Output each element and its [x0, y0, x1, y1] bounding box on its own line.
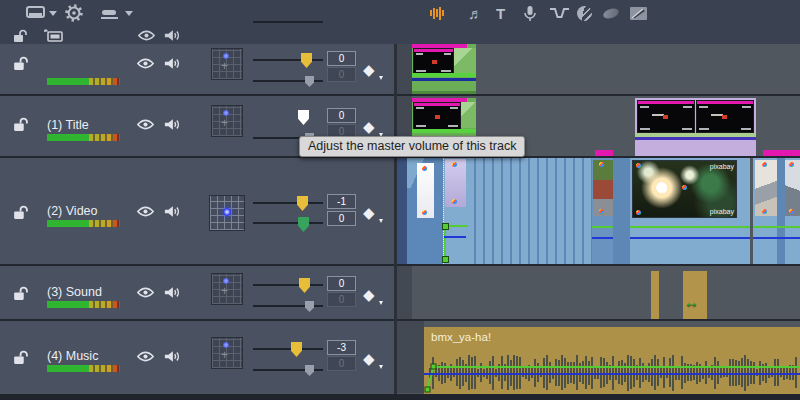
audio-speaker-icon[interactable]: [164, 57, 180, 70]
lock-open-icon[interactable]: [12, 350, 28, 365]
keyframe-diamond-icon[interactable]: ◆: [363, 350, 381, 368]
transition-circle-icon[interactable]: [577, 4, 592, 22]
audio-speaker-icon[interactable]: [164, 28, 180, 43]
balance-slider-track[interactable]: [253, 222, 323, 224]
pip-editor-icon[interactable]: [629, 4, 648, 22]
pan-zoom-grid-icon[interactable]: +: [211, 48, 243, 80]
clip-thumbnail: [696, 100, 754, 133]
motion-blob-icon[interactable]: [603, 4, 619, 22]
sound-clip-small[interactable]: [651, 271, 659, 319]
volume-slider-track[interactable]: [253, 202, 323, 204]
music-clip[interactable]: bmx_ya-ha!: [424, 327, 800, 394]
dropdown-caret-icon: [125, 11, 133, 16]
keyframe-node[interactable]: [442, 223, 449, 230]
pan-zoom-grid-icon[interactable]: +: [211, 105, 243, 137]
clip-thumbnail: [785, 160, 800, 216]
balance-value[interactable]: 0: [327, 67, 356, 82]
video-clip-fireworks[interactable]: pixabay pixabay: [630, 158, 750, 264]
tooltip: Adjust the master volume of this track: [299, 136, 525, 157]
volume-ramp: [424, 360, 438, 394]
visibility-eye-icon[interactable]: [138, 28, 155, 43]
pan-zoom-grid-icon[interactable]: +: [211, 337, 243, 369]
view-layout-icon[interactable]: [26, 4, 57, 22]
audio-mixer-icon[interactable]: [430, 4, 445, 22]
audio-level-line: [592, 237, 613, 239]
volume-slider-track[interactable]: [253, 284, 323, 286]
overlay-clip[interactable]: [412, 44, 476, 94]
track-header-overlay: (0) Overlay + 0 0 ◆: [0, 44, 396, 95]
lock-open-icon[interactable]: [12, 205, 28, 220]
video-editor-window: ♬ T: [0, 0, 800, 400]
keyframe-diamond-icon[interactable]: ◆: [363, 286, 381, 304]
settings-gear-icon[interactable]: [64, 4, 84, 22]
volume-slider-track[interactable]: [253, 348, 323, 350]
video-clip-tail[interactable]: [397, 158, 407, 264]
video-clip-short[interactable]: [592, 158, 630, 264]
stretch-handle-icon[interactable]: ↔: [684, 293, 699, 310]
main-toolbar: ♬ T: [0, 0, 800, 29]
grid-plus: +: [221, 59, 228, 73]
keyframe-node[interactable]: [442, 256, 449, 263]
keyframe-diamond-icon[interactable]: ◆: [363, 118, 381, 136]
keyframe-diamond-icon[interactable]: ◆: [363, 61, 381, 79]
sound-clip[interactable]: ↔: [683, 271, 707, 319]
volume-slider-handle[interactable]: [298, 110, 309, 125]
volume-keyframe-line: [630, 226, 750, 228]
panel-timeline-divider[interactable]: [394, 44, 397, 394]
watermark-text: pixabay: [710, 163, 734, 170]
volume-slider-track[interactable]: [253, 59, 323, 61]
volume-slider-handle[interactable]: [299, 278, 310, 293]
volume-value[interactable]: 0: [327, 51, 356, 66]
balance-value[interactable]: 0: [327, 292, 356, 307]
volume-value[interactable]: 0: [327, 108, 356, 123]
clip-frame-stripes: [613, 158, 630, 264]
audio-level-line: [630, 237, 750, 239]
balance-slider-handle[interactable]: [305, 365, 314, 376]
audio-level-line: [753, 237, 800, 239]
volume-slider-handle[interactable]: [297, 196, 308, 211]
keyframe-diamond-icon[interactable]: ◆: [363, 204, 381, 222]
music-score-icon[interactable]: ♬: [468, 4, 483, 22]
audio-speaker-icon[interactable]: [164, 350, 180, 363]
level-meter: [47, 365, 120, 372]
lock-open-icon[interactable]: [12, 56, 28, 71]
clip-thumbnail: [445, 159, 466, 207]
visibility-eye-icon[interactable]: [137, 351, 154, 362]
lock-open-icon[interactable]: [12, 28, 27, 43]
video-clip-sequence[interactable]: [443, 158, 593, 264]
volume-slider-handle[interactable]: [291, 342, 302, 357]
balance-slider-handle[interactable]: [305, 76, 314, 87]
video-clip-transition[interactable]: [407, 158, 443, 264]
balance-slider-handle[interactable]: [305, 301, 314, 312]
audio-speaker-icon[interactable]: [164, 205, 180, 218]
marker-tool-icon[interactable]: [100, 4, 133, 22]
volume-keyframe-line: [753, 226, 800, 228]
volume-keyframe-drop: [444, 225, 446, 260]
volume-slider-track[interactable]: [253, 21, 323, 23]
video-clip-right[interactable]: [753, 158, 800, 264]
audio-speaker-icon[interactable]: [164, 286, 180, 299]
volume-value[interactable]: 0: [327, 276, 356, 291]
volume-value[interactable]: -3: [327, 340, 356, 355]
visibility-eye-icon[interactable]: [137, 119, 154, 130]
volume-keyframe-icon[interactable]: [549, 4, 570, 22]
balance-value[interactable]: 0: [327, 211, 356, 226]
balance-value[interactable]: 0: [327, 356, 356, 371]
visibility-eye-icon[interactable]: [137, 58, 154, 69]
visibility-eye-icon[interactable]: [137, 206, 154, 217]
lock-open-icon[interactable]: [12, 286, 28, 301]
visibility-eye-icon[interactable]: [137, 287, 154, 298]
pan-zoom-grid-icon[interactable]: [209, 195, 245, 231]
pan-zoom-grid-icon[interactable]: +: [211, 273, 243, 305]
track-header-bar: [0, 27, 800, 45]
audio-speaker-icon[interactable]: [164, 118, 180, 131]
balance-slider-handle[interactable]: [298, 217, 309, 232]
voice-over-mic-icon[interactable]: [523, 4, 537, 22]
volume-slider-handle[interactable]: [301, 53, 312, 68]
volume-value[interactable]: -1: [327, 194, 356, 209]
title-clip-right[interactable]: [635, 98, 756, 156]
level-meter: [47, 134, 120, 141]
lock-open-icon[interactable]: [12, 117, 28, 132]
new-track-icon[interactable]: [44, 28, 63, 43]
title-editor-icon[interactable]: T: [496, 4, 505, 22]
